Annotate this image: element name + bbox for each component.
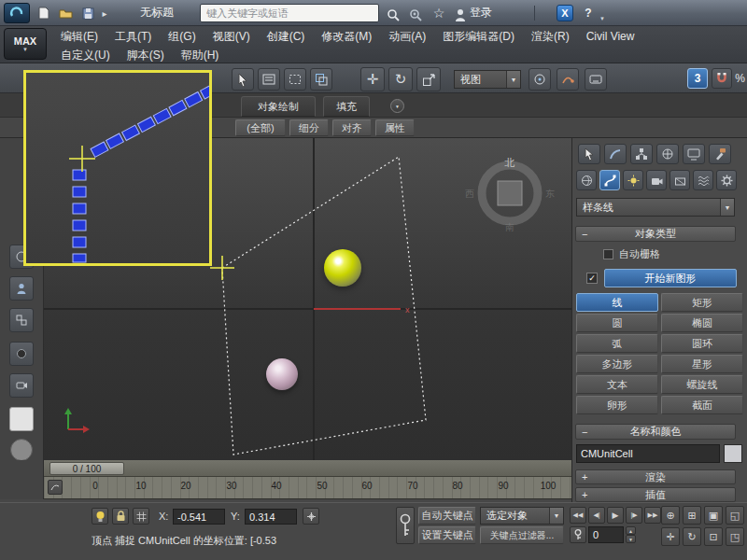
advanced-search-icon[interactable] xyxy=(407,6,424,24)
left-toolbar-icon-4[interactable] xyxy=(9,342,34,366)
select-and-scale-icon[interactable] xyxy=(416,67,441,91)
tab-display[interactable] xyxy=(683,144,705,164)
menu-views[interactable]: 视图(V) xyxy=(204,26,259,47)
select-and-move-icon[interactable]: ✛ xyxy=(360,67,385,91)
zoom-region-icon[interactable]: ◱ xyxy=(726,506,744,525)
ribbon-subtab-subdivision[interactable]: 细分 xyxy=(289,119,329,136)
login-link[interactable]: 登录 xyxy=(470,0,492,25)
shape-helix-button[interactable]: 螺旋线 xyxy=(661,375,743,394)
category-lights[interactable] xyxy=(623,170,643,190)
select-and-manipulate-icon[interactable] xyxy=(557,68,579,91)
shape-donut-button[interactable]: 圆环 xyxy=(661,334,743,353)
rollout-object-type[interactable]: − 对象类型 xyxy=(575,226,736,242)
zoom-icon[interactable]: ⊕ xyxy=(661,506,680,525)
help-icon[interactable]: ? xyxy=(581,5,596,21)
category-geometry[interactable] xyxy=(576,170,597,190)
category-shapes[interactable] xyxy=(599,170,620,190)
rollout-rendering[interactable]: + 渲染 xyxy=(575,469,736,484)
reference-coordinate-dropdown[interactable]: 视图 ▼ xyxy=(454,70,521,89)
set-keys-key-icon[interactable] xyxy=(396,507,415,544)
spline-unit-cell[interactable] xyxy=(222,157,426,455)
shape-category-dropdown[interactable]: 样条线 ▼ xyxy=(576,198,735,217)
zoom-extents-icon[interactable]: ▣ xyxy=(704,506,723,525)
save-file-icon[interactable] xyxy=(78,4,97,22)
orbit-icon[interactable]: ↻ xyxy=(683,527,701,546)
frame-spinner-down[interactable]: ▼ xyxy=(626,535,636,543)
user-icon[interactable] xyxy=(454,6,467,24)
menu-civil-view[interactable]: Civil View xyxy=(578,26,643,47)
open-file-icon[interactable] xyxy=(56,4,75,22)
left-toolbar-icon-3[interactable] xyxy=(9,308,34,332)
menu-help[interactable]: 帮助(H) xyxy=(173,47,228,63)
x-coordinate-field[interactable] xyxy=(173,509,225,525)
exchange-apps-icon[interactable]: X xyxy=(557,5,573,21)
shape-circle-button[interactable]: 圆 xyxy=(576,314,658,332)
go-to-end-button[interactable]: ▶▶ xyxy=(644,507,661,524)
menu-graph-editors[interactable]: 图形编辑器(D) xyxy=(434,26,523,47)
object-color-swatch[interactable] xyxy=(724,444,742,463)
next-frame-button[interactable]: |▶ xyxy=(626,507,642,524)
shape-line-button[interactable]: 线 xyxy=(576,293,658,312)
keyboard-shortcut-override-icon[interactable] xyxy=(585,68,607,91)
shape-text-button[interactable]: 文本 xyxy=(576,375,658,394)
select-and-rotate-icon[interactable]: ↻ xyxy=(388,67,413,91)
auto-key-button[interactable]: 自动关键点 xyxy=(418,507,476,525)
field-of-view-icon[interactable]: ⊡ xyxy=(704,527,723,546)
menu-customize[interactable]: 自定义(U) xyxy=(52,47,119,63)
time-slider[interactable]: 0 / 100 xyxy=(44,460,571,477)
snaps-toggle-3d-button[interactable]: 3 xyxy=(687,68,708,89)
previous-frame-button[interactable]: ◀| xyxy=(588,507,605,524)
key-filters-button[interactable]: 关键点过滤器... xyxy=(480,526,564,544)
angle-snap-magnet-icon[interactable] xyxy=(712,68,732,89)
category-space-warps[interactable] xyxy=(693,170,713,190)
absolute-relative-toggle-icon[interactable] xyxy=(303,508,319,525)
menu-scripting[interactable]: 脚本(S) xyxy=(119,47,173,63)
ribbon-subtab-properties[interactable]: 属性 xyxy=(375,119,415,136)
use-pivot-center-icon[interactable] xyxy=(529,68,551,91)
play-button[interactable]: ▶ xyxy=(607,507,624,524)
menu-animation[interactable]: 动画(A) xyxy=(380,26,434,47)
ribbon-tab-object-paint[interactable]: 对象绘制 xyxy=(241,96,316,117)
ribbon-config-icon[interactable]: ▼ xyxy=(390,99,404,113)
ribbon-subtab-all[interactable]: (全部) xyxy=(235,119,286,136)
start-new-shape-button[interactable]: 开始新图形 xyxy=(604,269,737,287)
current-frame-field[interactable] xyxy=(588,526,624,543)
y-coordinate-field[interactable] xyxy=(245,509,297,525)
tab-motion[interactable] xyxy=(656,144,679,164)
menu-group[interactable]: 组(G) xyxy=(160,26,204,47)
track-bar[interactable]: 0 10 20 30 40 50 60 70 80 90 100 xyxy=(44,477,571,499)
key-mode-toggle-icon[interactable] xyxy=(570,526,586,543)
tab-modify[interactable] xyxy=(604,144,627,164)
isolate-selection-bulb-icon[interactable] xyxy=(92,508,108,525)
shape-ngon-button[interactable]: 多边形 xyxy=(576,355,658,373)
mini-curve-editor-icon[interactable] xyxy=(48,480,63,495)
shape-arc-button[interactable]: 弧 xyxy=(576,334,658,353)
rollout-interpolation[interactable]: + 插值 xyxy=(575,487,736,502)
menu-tools[interactable]: 工具(T) xyxy=(106,26,160,47)
grid-toggle-icon[interactable] xyxy=(133,508,149,525)
new-scene-icon[interactable] xyxy=(35,4,52,22)
shape-rectangle-button[interactable]: 矩形 xyxy=(661,293,743,312)
sphere-object-yellow[interactable] xyxy=(324,249,361,287)
toolbar-overflow-icon[interactable]: ▸ xyxy=(99,4,110,22)
shape-egg-button[interactable]: 卵形 xyxy=(576,396,658,414)
menu-rendering[interactable]: 渲染(R) xyxy=(523,26,578,47)
shape-star-button[interactable]: 星形 xyxy=(661,355,743,373)
selection-set-dropdown[interactable]: 选定对象 ▼ xyxy=(480,507,564,525)
left-toolbar-active-swatch[interactable] xyxy=(9,407,34,431)
start-new-shape-checkbox[interactable]: ✓ xyxy=(586,273,598,284)
select-by-name-icon[interactable] xyxy=(258,68,280,91)
sphere-object-pink[interactable] xyxy=(266,358,298,390)
help-caret-icon[interactable]: ▼ xyxy=(598,9,607,28)
menu-modifiers[interactable]: 修改器(M) xyxy=(313,26,380,47)
category-helpers[interactable] xyxy=(669,170,690,190)
rectangular-selection-region-icon[interactable] xyxy=(284,68,306,91)
menu-edit[interactable]: 编辑(E) xyxy=(52,26,106,47)
window-crossing-toggle-icon[interactable] xyxy=(310,68,332,91)
favorites-star-icon[interactable]: ☆ xyxy=(430,4,447,22)
tab-utilities[interactable] xyxy=(709,144,731,164)
ribbon-subtab-align[interactable]: 对齐 xyxy=(332,119,372,136)
tab-hierarchy[interactable] xyxy=(630,144,653,164)
rollout-name-color[interactable]: − 名称和颜色 xyxy=(575,424,736,440)
application-menu-button[interactable]: MAX ▼ xyxy=(4,28,47,60)
